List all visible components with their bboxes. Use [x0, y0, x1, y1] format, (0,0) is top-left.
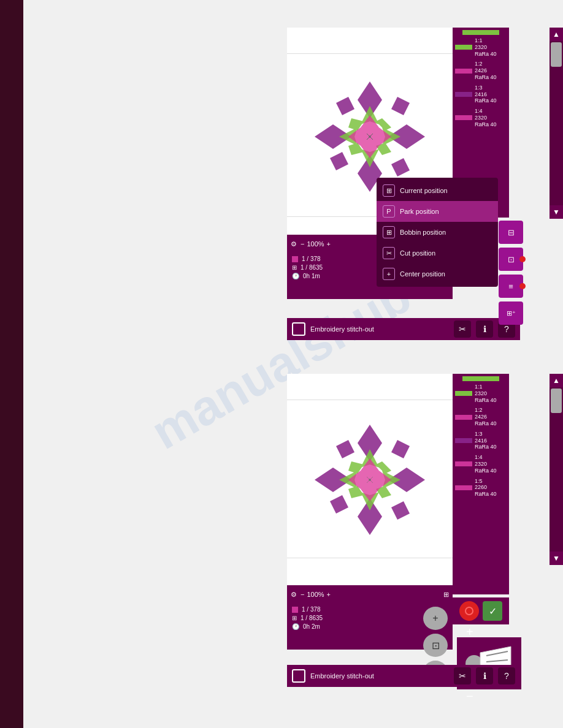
menu-current-position[interactable]: ⊞ Current position [377, 180, 498, 201]
zoom-minus-bottom[interactable]: − [301, 591, 304, 598]
settings-icon-bottom[interactable]: ⚙ [291, 591, 297, 599]
svg-marker-6 [330, 152, 348, 170]
nav-btn-up[interactable]: + [423, 607, 448, 630]
thread-info-3-top: 1:3 2416 RaRa 40 [475, 85, 497, 104]
right-sidebar-top: ⊟ ⊡ ≡ ⊞⁺ [496, 221, 526, 325]
page-indicator-bottom: ⊞ [443, 591, 449, 599]
scrollbar-thumb-bottom[interactable] [551, 389, 562, 413]
needle-icon-top [292, 256, 298, 262]
svg-marker-7 [391, 158, 410, 176]
thread-info-4-bottom: 1:4 2320 RaRa 40 [475, 454, 497, 474]
info-btn-bottom[interactable]: ℹ [476, 667, 493, 684]
zoom-controls-top: − 100% + [301, 240, 331, 248]
thread-item-1-top[interactable]: 1:1 2320 RaRa 40 [453, 36, 509, 58]
center-position-icon: + [383, 268, 395, 280]
bobbin-position-icon: ⊞ [383, 226, 395, 238]
svg-marker-28 [336, 440, 354, 458]
zoom-plus-top[interactable]: + [327, 240, 331, 248]
scrollbar-thumb-top[interactable] [551, 42, 562, 67]
thread-color-5-bottom [455, 485, 472, 490]
thread-item-3-bottom[interactable]: 1:3 2416 RaRa 40 [453, 430, 509, 452]
stitch-icon: ⊟ [508, 228, 515, 237]
thread-color-3-bottom [455, 438, 472, 443]
red-dot-menu [519, 283, 526, 289]
stop-icon [465, 607, 473, 615]
toolbar-bottom: ⚙ − 100% + ⊞ [287, 585, 453, 604]
thread-color-4-top [455, 115, 472, 120]
zoom-controls-bottom: − 100% + [301, 591, 331, 598]
sidebar-extra-btn[interactable]: ⊞⁺ [499, 301, 523, 325]
separator-bottom-bottom [287, 558, 453, 558]
bottom-label-top: Embroidery stitch-out [310, 325, 374, 333]
menu-park-position[interactable]: P Park position [377, 201, 498, 222]
thread-active-bar-bottom [462, 376, 499, 381]
zoom-minus-top[interactable]: − [301, 240, 304, 248]
thread-color-1-top [455, 45, 472, 50]
thread-active-bar-top [462, 30, 499, 35]
thread-color-1-bottom [455, 391, 472, 396]
thread-info-5-bottom: 1:5 2260 RaRa 40 [475, 478, 497, 498]
thread-item-1-bottom[interactable]: 1:1 2320 RaRa 40 [453, 382, 509, 404]
embroidery-design-bottom [302, 412, 437, 547]
scroll-up-top[interactable]: ▲ [550, 28, 563, 41]
thread-color-2-bottom [455, 415, 472, 420]
sidebar-menu-btn[interactable]: ≡ [499, 275, 523, 298]
thread-item-2-top[interactable]: 1:2 2426 RaRa 40 [453, 59, 509, 82]
thread-item-2-bottom[interactable]: 1:2 2426 RaRa 40 [453, 406, 509, 428]
minus-btn-bottom[interactable]: − [466, 689, 473, 703]
scissors-btn-bottom[interactable]: ✂ [454, 667, 471, 684]
help-btn-bottom[interactable]: ? [498, 667, 515, 684]
cut-position-icon: ✂ [383, 247, 395, 259]
thread-item-3-top[interactable]: 1:3 2416 RaRa 40 [453, 83, 509, 105]
thread-item-4-top[interactable]: 1:4 2320 RaRa 40 [453, 107, 509, 129]
thread-item-5-bottom[interactable]: 1:5 2260 RaRa 40 [453, 477, 509, 499]
settings-icon[interactable]: ⚙ [291, 240, 297, 248]
thread-info-4-top: 1:4 2320 RaRa 40 [475, 108, 497, 127]
scrollbar-top[interactable] [550, 41, 563, 205]
zoom-plus-bottom[interactable]: + [327, 591, 331, 598]
left-sidebar [0, 0, 23, 728]
confirm-btn-bottom[interactable]: ✓ [483, 601, 502, 621]
park-position-icon: P [383, 205, 395, 218]
thread-panel-bottom: 1:1 2320 RaRa 40 1:2 2426 RaRa 40 1:3 24… [453, 374, 509, 594]
thread-info-1-bottom: 1:1 2320 RaRa 40 [475, 384, 497, 403]
separator-top [287, 53, 453, 54]
stop-btn-bottom[interactable] [459, 601, 479, 621]
thread-color-2-top [455, 69, 472, 74]
extra-icon: ⊞⁺ [507, 309, 516, 317]
checkbox-bottom[interactable] [292, 669, 305, 683]
position-icon: ⊡ [508, 255, 515, 264]
checkbox-top[interactable] [292, 322, 305, 336]
menu-bobbin-position[interactable]: ⊞ Bobbin position [377, 222, 498, 243]
canvas-area-bottom [287, 374, 453, 585]
menu-icon: ≡ [508, 282, 513, 291]
bottom-label-bottom: Embroidery stitch-out [310, 672, 374, 680]
svg-marker-31 [391, 501, 410, 520]
scroll-down-bottom[interactable]: ▼ [550, 552, 563, 565]
current-position-icon: ⊞ [383, 184, 395, 197]
scroll-down-top[interactable]: ▼ [550, 205, 563, 219]
clock-icon-bottom: 🕐 [292, 623, 299, 630]
needle-icon-bottom [292, 607, 298, 613]
zoom-value-top: 100% [307, 240, 324, 248]
menu-center-position[interactable]: + Center position [377, 264, 498, 284]
svg-marker-30 [330, 495, 348, 514]
thread-info-3-bottom: 1:3 2416 RaRa 40 [475, 431, 497, 450]
context-menu: ⊞ Current position P Park position ⊞ Bob… [377, 178, 498, 287]
sidebar-stitch-btn[interactable]: ⊟ [499, 221, 523, 244]
nav-btn-down[interactable]: ⊡ [423, 634, 448, 657]
menu-cut-position[interactable]: ✂ Cut position [377, 243, 498, 264]
scissors-btn-top[interactable]: ✂ [454, 320, 471, 338]
scroll-up-bottom[interactable]: ▲ [550, 374, 563, 387]
sidebar-position-btn[interactable]: ⊡ [499, 248, 523, 271]
thread-info-2-bottom: 1:2 2426 RaRa 40 [475, 407, 497, 427]
bottom-bar-top: Embroidery stitch-out ✂ ℹ ? [287, 318, 520, 340]
info-btn-top[interactable]: ℹ [476, 320, 493, 338]
thread-color-3-top [455, 92, 472, 97]
svg-marker-29 [391, 440, 410, 458]
zoom-value-bottom: 100% [307, 591, 324, 598]
scrollbar-bottom[interactable] [550, 387, 563, 552]
thread-item-4-bottom[interactable]: 1:4 2320 RaRa 40 [453, 453, 509, 475]
red-dot-position [519, 256, 526, 262]
bottom-bar-bottom: Embroidery stitch-out ✂ ℹ ? [287, 665, 520, 687]
